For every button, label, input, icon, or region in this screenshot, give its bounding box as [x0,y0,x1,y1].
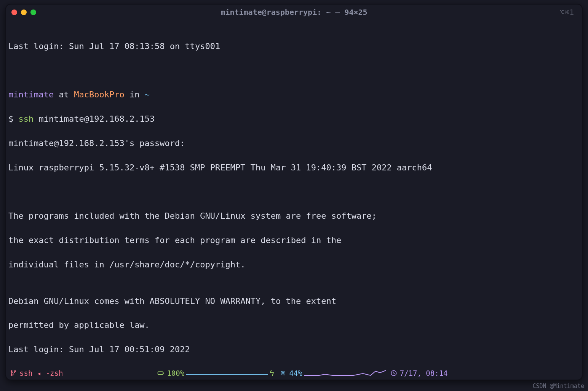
status-battery-text: 100% [167,369,184,377]
terminal-window: mintimate@raspberrypi: ~ — 94×25 ⌥⌘1 Las… [5,4,583,380]
svg-rect-2 [281,371,285,375]
ssh-command-line: $ ssh mintimate@192.168.2.153 [8,113,580,125]
ssh-target: mintimate@192.168.2.153 [38,114,155,124]
status-datetime: 7/17, 08:14 [390,369,448,377]
git-branch-icon [10,370,17,377]
blank-line [8,186,580,198]
motd-line: The programs included with the Debian GN… [8,210,580,222]
status-datetime-text: 7/17, 08:14 [400,369,448,377]
status-cpu-text: 44% [289,369,302,377]
last-login-line: Last login: Sun Jul 17 08:13:58 on ttys0… [8,40,580,52]
status-process-text: ssh ◂ -zsh [19,369,63,377]
remote-last-login-line: Last login: Sun Jul 17 00:51:09 2022 [8,343,580,356]
motd-line: Debian GNU/Linux comes with ABSOLUTELY N… [8,295,580,307]
motd-line: individual files in /usr/share/doc/*/cop… [8,259,580,271]
blank-line [8,65,580,77]
local-path: ~ [145,90,150,99]
battery-icon [157,370,164,377]
uname-line: Linux raspberrypi 5.15.32-v8+ #1538 SMP … [8,162,580,174]
motd-line: permitted by applicable law. [8,319,580,331]
terminal-body[interactable]: Last login: Sun Jul 17 08:13:58 on ttys0… [6,20,582,366]
cpu-icon [280,370,286,377]
cpu-sparkline [304,369,386,377]
status-cpu: 44% [280,369,302,377]
local-prompt-context: mintimate at MacBookPro in ~ [8,89,580,101]
motd-line: the exact distribution terms for each pr… [8,234,580,246]
status-battery: 100% [157,369,184,377]
svg-rect-0 [158,372,163,375]
lightning-icon: ϟ [269,368,274,378]
status-charging: ϟ [269,368,274,378]
titlebar: mintimate@raspberrypi: ~ — 94×25 ⌥⌘1 [6,5,582,20]
status-process: ssh ◂ -zsh [10,369,63,377]
battery-sparkline [186,369,268,377]
local-user: mintimate [8,90,54,99]
svg-rect-3 [282,372,284,374]
statusbar: ssh ◂ -zsh 100% ϟ 44% 7/17, 08:14 [6,366,582,380]
clock-icon [390,370,397,377]
minimize-button[interactable] [21,10,27,15]
window-title: mintimate@raspberrypi: ~ — 94×25 [6,8,582,17]
window-shortcut-hint: ⌥⌘1 [559,8,574,17]
password-prompt-line: mintimate@192.168.2.153's password: [8,137,580,149]
watermark: CSDN @Mintimate [533,383,584,389]
close-button[interactable] [11,10,17,15]
svg-rect-1 [163,372,164,374]
ssh-cmd: ssh [19,114,39,124]
zoom-button[interactable] [30,10,36,15]
local-host: MacBookPro [74,90,124,99]
traffic-lights [11,10,36,15]
